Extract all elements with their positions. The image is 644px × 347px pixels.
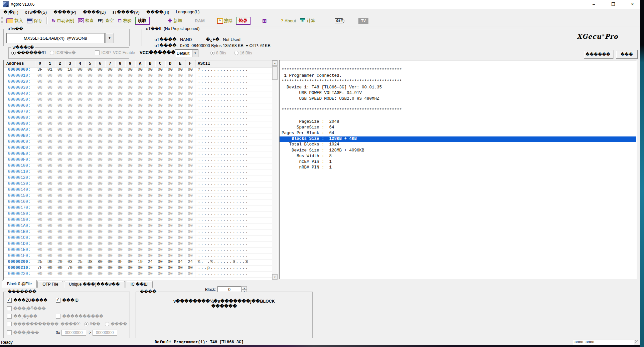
hex-byte[interactable]: 00 (135, 272, 145, 278)
hex-byte[interactable]: 00 (85, 218, 95, 224)
hex-byte[interactable]: 00 (175, 194, 185, 200)
hex-byte[interactable]: 00 (145, 109, 155, 115)
hex-byte[interactable]: 00 (125, 236, 135, 242)
hex-row[interactable]: 00000210:7F00007000000000000000000000000… (4, 266, 272, 272)
hex-byte[interactable]: 00 (65, 127, 75, 133)
hex-byte[interactable]: 00 (115, 272, 125, 278)
hex-byte[interactable]: 00 (135, 67, 145, 73)
icsp-mode-radio[interactable] (50, 51, 54, 55)
hex-byte[interactable]: 00 (185, 266, 195, 272)
hex-row[interactable]: 000000A0:0000000000000000000000000000000… (4, 127, 272, 133)
hex-byte[interactable]: 00 (185, 91, 195, 97)
hex-byte[interactable]: 00 (35, 121, 45, 127)
hex-byte[interactable]: 00 (45, 91, 55, 97)
hex-byte[interactable]: 00 (105, 230, 115, 236)
hex-byte[interactable]: 00 (135, 103, 145, 109)
hex-byte[interactable]: 00 (75, 224, 85, 230)
hex-byte[interactable]: 00 (185, 236, 195, 242)
hex-byte[interactable]: 00 (185, 133, 195, 139)
hex-byte[interactable]: 00 (95, 169, 105, 176)
hex-byte[interactable]: 00 (75, 230, 85, 236)
hex-byte[interactable]: 00 (125, 212, 135, 218)
hex-byte[interactable]: 00 (115, 254, 125, 260)
hex-byte[interactable]: 00 (65, 157, 75, 163)
hex-byte[interactable]: 00 (75, 194, 85, 200)
hex-byte[interactable]: 00 (85, 236, 95, 242)
scroll-up-icon[interactable]: ▲ (272, 60, 278, 66)
hex-byte[interactable]: 00 (75, 236, 85, 242)
hex-byte[interactable]: 00 (185, 85, 195, 91)
hex-byte[interactable]: 00 (185, 67, 195, 73)
hex-byte[interactable]: 00 (65, 109, 75, 115)
hex-byte[interactable]: 00 (45, 121, 55, 127)
hex-byte[interactable]: 00 (55, 200, 65, 206)
hex-byte[interactable]: 00 (75, 206, 85, 212)
hex-byte[interactable]: 00 (185, 242, 195, 248)
hex-byte[interactable]: 00 (115, 121, 125, 127)
hex-byte[interactable]: 00 (65, 85, 75, 91)
hex-byte[interactable]: 00 (185, 206, 195, 212)
hex-byte[interactable]: 00 (55, 79, 65, 85)
hex-byte[interactable]: 00 (125, 67, 135, 73)
hex-byte[interactable]: 00 (75, 67, 85, 73)
hex-byte[interactable]: 00 (135, 79, 145, 85)
hex-byte[interactable]: 00 (65, 145, 75, 151)
vcc-dropdown-icon[interactable]: ▼ (192, 50, 198, 57)
hex-byte[interactable]: 00 (95, 194, 105, 200)
hex-byte[interactable]: 00 (145, 169, 155, 176)
hex-byte[interactable]: 00 (155, 133, 165, 139)
hex-byte[interactable]: 00 (165, 133, 175, 139)
hex-byte[interactable]: 00 (145, 176, 155, 182)
resize-grip[interactable] (635, 340, 639, 344)
hex-byte[interactable]: 00 (175, 248, 185, 254)
hex-byte[interactable]: 00 (155, 121, 165, 127)
hex-byte[interactable]: 00 (75, 182, 85, 188)
hex-byte[interactable]: 00 (65, 206, 75, 212)
tab-0[interactable]: Block 0 @File (2, 280, 37, 288)
hex-byte[interactable]: 00 (75, 103, 85, 109)
hex-byte[interactable]: 00 (115, 176, 125, 182)
hex-byte[interactable]: 00 (135, 194, 145, 200)
hex-byte[interactable]: 00 (75, 133, 85, 139)
hex-byte[interactable]: 00 (105, 163, 115, 169)
hex-byte[interactable]: 00 (125, 169, 135, 176)
close-button[interactable]: ✕ (625, 0, 640, 9)
hex-byte[interactable]: 00 (135, 121, 145, 127)
hex-byte[interactable]: 00 (75, 212, 85, 218)
hex-byte[interactable]: 00 (105, 79, 115, 85)
hex-row[interactable]: 000000C0:0000000000000000000000000000000… (4, 139, 272, 145)
hex-byte[interactable]: 00 (45, 194, 55, 200)
hex-byte[interactable]: 00 (35, 73, 45, 79)
hex-row[interactable]: 00000120:0000000000000000000000000000000… (4, 176, 272, 182)
hex-byte[interactable]: 00 (45, 236, 55, 242)
hex-byte[interactable]: 00 (135, 230, 145, 236)
hex-byte[interactable]: 00 (75, 266, 85, 272)
hex-byte[interactable]: 00 (85, 103, 95, 109)
hex-byte[interactable]: 00 (105, 200, 115, 206)
hex-byte[interactable]: 00 (105, 91, 115, 97)
hex-byte[interactable]: 00 (155, 212, 165, 218)
hex-byte[interactable]: 00 (185, 254, 195, 260)
hex-byte[interactable]: 00 (145, 230, 155, 236)
scrollbar-thumb[interactable] (272, 66, 278, 80)
hex-byte[interactable]: 00 (135, 200, 145, 206)
hex-byte[interactable]: 04 (175, 260, 185, 266)
hex-byte[interactable]: 00 (85, 224, 95, 230)
hex-byte[interactable]: 00 (55, 272, 65, 278)
hex-byte[interactable]: 00 (55, 236, 65, 242)
hex-byte[interactable]: 00 (65, 133, 75, 139)
hex-byte[interactable]: 00 (135, 248, 145, 254)
hex-byte[interactable]: 00 (65, 188, 75, 194)
hex-byte[interactable]: 00 (105, 224, 115, 230)
hex-byte[interactable]: 00 (85, 188, 95, 194)
hex-byte[interactable]: 00 (45, 188, 55, 194)
hex-byte[interactable]: 00 (115, 127, 125, 133)
option7-checkbox[interactable] (7, 330, 12, 335)
hex-byte[interactable]: 00 (105, 242, 115, 248)
hex-byte[interactable]: 00 (155, 176, 165, 182)
hex-byte[interactable]: 00 (105, 139, 115, 145)
hex-byte[interactable]: 00 (145, 194, 155, 200)
hex-byte[interactable]: 00 (185, 169, 195, 176)
hex-byte[interactable]: 00 (55, 194, 65, 200)
hex-byte[interactable]: 00 (95, 266, 105, 272)
